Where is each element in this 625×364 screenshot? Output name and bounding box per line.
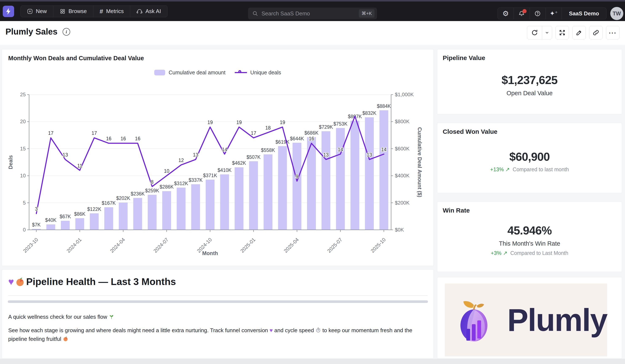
user-avatar[interactable]: TW xyxy=(610,7,623,20)
bar xyxy=(177,188,186,230)
refresh-button[interactable] xyxy=(527,26,542,39)
kpi-tile-pipeline-value[interactable]: Pipeline Value $1,237,625 Open Deal Valu… xyxy=(437,49,622,114)
svg-text:2025-04: 2025-04 xyxy=(282,237,300,254)
bar xyxy=(278,146,287,230)
brand-image-tile: Plumly xyxy=(437,277,622,359)
markdown-tile[interactable]: ♥ Pipeline Health — Last 3 Months A quic… xyxy=(2,270,434,359)
svg-text:$507K: $507K xyxy=(247,154,261,160)
svg-text:$753K: $753K xyxy=(333,121,347,127)
window-top-stripe xyxy=(0,0,625,1)
bar xyxy=(61,221,70,230)
settings-gear-icon: ⚙ xyxy=(502,10,509,17)
svg-text:$371K: $371K xyxy=(203,173,217,178)
svg-text:$286K: $286K xyxy=(160,184,174,190)
search-placeholder: Search SaaS Demo xyxy=(261,10,359,17)
topbar-right-group: ⚙ ✦✧ SaaS Demo xyxy=(498,8,606,19)
svg-text:19: 19 xyxy=(207,120,213,125)
svg-text:$7K: $7K xyxy=(32,222,41,228)
svg-text:17: 17 xyxy=(251,130,256,136)
settings-button[interactable]: ⚙ xyxy=(498,8,514,19)
bar xyxy=(322,131,330,230)
svg-text:14: 14 xyxy=(338,147,343,152)
bottom-scroll-strip[interactable] xyxy=(0,359,625,364)
kpi-delta-note: Compared to last month xyxy=(513,166,569,173)
nav-metrics-button[interactable]: # Metrics xyxy=(93,6,130,17)
nav-new-button[interactable]: New xyxy=(21,6,53,17)
kpi-subtitle: Open Deal Value xyxy=(507,90,553,97)
bar xyxy=(336,128,345,230)
dashboard-actions: ... xyxy=(527,26,620,39)
svg-text:10: 10 xyxy=(20,173,26,179)
svg-text:$600K: $600K xyxy=(395,146,409,152)
svg-text:2024-01: 2024-01 xyxy=(65,237,83,254)
edit-button[interactable] xyxy=(572,26,586,39)
kpi-comparison: +3% ↗ Compared to Last Month xyxy=(491,250,568,256)
bar xyxy=(220,174,229,230)
svg-text:14: 14 xyxy=(381,147,387,152)
headset-sparkle-icon xyxy=(137,8,142,14)
nav-browse-button[interactable]: Browse xyxy=(53,6,93,17)
svg-text:$800K: $800K xyxy=(395,119,409,124)
sparkles-button[interactable]: ✦✧ xyxy=(546,8,562,19)
peach-emoji xyxy=(63,336,68,341)
chart-tile[interactable]: Monthly Won Deals and Cumulative Deal Va… xyxy=(2,49,434,266)
info-icon[interactable]: i xyxy=(62,28,70,36)
dashboard-body: Monthly Won Deals and Cumulative Deal Va… xyxy=(0,45,625,364)
bar xyxy=(162,191,171,230)
ellipsis-icon: ... xyxy=(609,31,617,34)
svg-text:9: 9 xyxy=(296,174,298,179)
notifications-button[interactable] xyxy=(514,8,530,19)
org-switcher[interactable]: SaaS Demo xyxy=(562,8,606,19)
bar xyxy=(148,195,156,230)
notes-paragraph: See how each stage is growing and where … xyxy=(8,326,425,343)
help-button[interactable] xyxy=(530,8,546,19)
svg-text:$200K: $200K xyxy=(395,200,409,206)
refresh-menu-button[interactable] xyxy=(542,26,552,39)
global-search-input[interactable]: Search SaaS Demo ⌘+K xyxy=(248,8,377,19)
more-options-button[interactable]: ... xyxy=(606,26,620,39)
svg-text:$259K: $259K xyxy=(145,188,159,193)
svg-text:0: 0 xyxy=(23,227,26,233)
svg-text:3: 3 xyxy=(35,206,38,212)
kpi-tile-closed-won-value[interactable]: Closed Won Value $60,900 +13% ↗ Compared… xyxy=(437,123,622,193)
svg-text:$167K: $167K xyxy=(102,200,116,206)
nav-metrics-label: Metrics xyxy=(106,8,124,15)
svg-text:$832K: $832K xyxy=(362,110,376,116)
herb-emoji xyxy=(109,314,114,319)
svg-text:17: 17 xyxy=(92,130,97,136)
svg-text:2025-07: 2025-07 xyxy=(326,237,343,254)
svg-text:$410K: $410K xyxy=(218,167,232,173)
kpi-tile-win-rate[interactable]: Win Rate 45.946% This Month's Win Rate +… xyxy=(437,202,622,272)
kpi-delta-note: Compared to Last Month xyxy=(510,250,568,256)
link-icon xyxy=(593,29,599,36)
svg-text:Cumulative Deal Amount ($): Cumulative Deal Amount ($) xyxy=(417,127,423,197)
bar xyxy=(365,117,374,230)
topbar: New Browse # Metrics Ask AI Search SaaS … xyxy=(0,1,625,21)
brand-wordmark: Plumly xyxy=(507,302,607,338)
kpi-delta: +13% ↗ xyxy=(490,166,510,173)
svg-text:$1,000K: $1,000K xyxy=(395,92,414,97)
nav-ask-ai-button[interactable]: Ask AI xyxy=(130,6,167,17)
svg-text:Month: Month xyxy=(202,250,218,256)
combo-chart[interactable]: $7K$40K$67K$86K$122K$167K$202K$236K$259K… xyxy=(2,49,434,266)
app-logo[interactable] xyxy=(3,6,14,17)
sparkles-icon: ✦✧ xyxy=(550,10,558,17)
nav-ask-ai-label: Ask AI xyxy=(145,8,161,15)
kpi-comparison: +13% ↗ Compared to last month xyxy=(490,166,569,173)
svg-text:10: 10 xyxy=(164,168,169,174)
svg-text:19: 19 xyxy=(236,120,242,125)
bar xyxy=(264,154,273,230)
notes-paragraph: A quick wellness check for our sales flo… xyxy=(8,313,425,321)
brand-image: Plumly xyxy=(445,283,607,356)
svg-text:$86K: $86K xyxy=(74,211,86,217)
share-link-button[interactable] xyxy=(589,26,603,39)
svg-text:13: 13 xyxy=(193,152,198,157)
fullscreen-button[interactable] xyxy=(556,26,569,39)
svg-text:Deals: Deals xyxy=(8,155,13,169)
refresh-button-group xyxy=(527,26,552,39)
help-icon xyxy=(534,10,541,17)
svg-text:$644K: $644K xyxy=(290,136,304,141)
page-header: Plumly Sales i ... xyxy=(0,21,625,45)
kpi-value: $1,237,625 xyxy=(501,73,557,87)
svg-text:25: 25 xyxy=(20,92,26,97)
